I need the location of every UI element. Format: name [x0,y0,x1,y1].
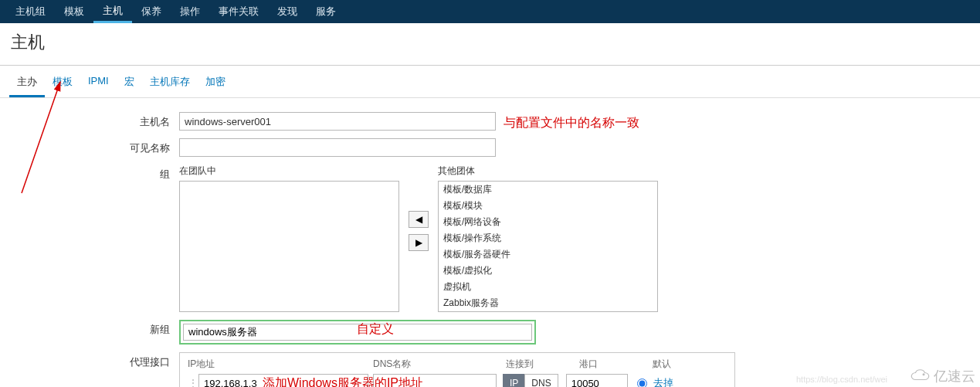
group-option[interactable]: 模板/服务器硬件 [439,246,657,263]
annotation-hostname: 与配置文件中的名称一致 [504,115,639,131]
connect-to-toggle: IP DNS [503,374,558,387]
group-option[interactable]: 模板/虚拟化 [439,263,657,279]
input-hostname[interactable] [179,112,496,131]
input-dns[interactable] [373,374,497,387]
tab-macros[interactable]: 宏 [117,70,142,97]
nav-services[interactable]: 服务 [307,0,345,23]
nav-actions[interactable]: 操作 [171,0,209,23]
iface-headers: IP地址 DNS名称 连接到 港口 默认 [188,358,727,371]
tab-host[interactable]: 主办 [9,70,45,97]
top-nav: 主机组 模板 主机 保养 操作 事件关联 发现 服务 [0,0,980,23]
input-visible-name[interactable] [179,138,496,157]
agent-interface-box: IP地址 DNS名称 连接到 港口 默认 ⋮⋮ IP DNS 去 [179,352,735,387]
input-port[interactable] [566,374,628,387]
nav-hostgroups[interactable]: 主机组 [6,0,55,23]
header-dns: DNS名称 [373,358,506,371]
iface-row: ⋮⋮ IP DNS 去掉 [188,374,727,387]
listbox-other-group[interactable]: 模板/数据库模板/模块模板/网络设备模板/操作系统模板/服务器硬件模板/虚拟化虚… [438,181,658,312]
move-right-button[interactable]: ▶ [409,234,429,251]
label-groups: 组 [0,165,179,182]
listbox-in-group[interactable] [179,181,399,312]
tab-templates[interactable]: 模板 [45,70,80,97]
tab-ipmi[interactable]: IPMI [80,70,117,97]
row-visible-name: 可见名称 [0,138,980,157]
group-option[interactable]: Zabbix服务器 [439,295,657,311]
host-form: 主机名 与配置文件中的名称一致 可见名称 组 在团队中 ◀ ▶ [0,98,980,387]
header-connect-to: 连接到 [506,358,579,371]
header-port: 港口 [579,358,653,371]
group-option[interactable]: 虚拟机 [439,279,657,295]
remove-interface-link[interactable]: 去掉 [653,376,673,387]
header-ip: IP地址 [188,358,373,371]
row-newgroup: 新组 自定义 [0,320,980,345]
move-left-button[interactable]: ◀ [409,211,429,228]
drag-handle-icon[interactable]: ⋮⋮ [188,377,198,387]
label-hostname: 主机名 [0,112,179,129]
group-option[interactable]: 模板/数据库 [439,182,657,198]
header-other-group: 其他团体 [438,165,658,178]
radio-default[interactable] [637,379,647,388]
label-agent-interface: 代理接口 [0,352,179,369]
group-move-buttons: ◀ ▶ [399,165,438,251]
row-groups: 组 在团队中 ◀ ▶ 其他团体 模板/数据库模板/模块模板/网络设备模板/操作系… [0,165,980,312]
group-option[interactable]: 网络设备 [439,311,657,312]
nav-maintenance[interactable]: 保养 [132,0,171,23]
nav-discovery[interactable]: 发现 [268,0,307,23]
label-newgroup: 新组 [0,320,179,337]
label-visible-name: 可见名称 [0,138,179,155]
input-newgroup[interactable] [183,324,532,341]
nav-templates[interactable]: 模板 [55,0,93,23]
toggle-dns[interactable]: DNS [524,374,558,387]
newgroup-highlight-box [179,320,536,345]
group-option[interactable]: 模板/操作系统 [439,230,657,246]
group-option[interactable]: 模板/网络设备 [439,214,657,230]
tab-encryption[interactable]: 加密 [198,70,233,97]
group-option[interactable]: 模板/模块 [439,198,657,214]
page-title-bar: 主机 [0,23,980,66]
page-title: 主机 [11,31,969,54]
header-in-group: 在团队中 [179,165,399,178]
row-hostname: 主机名 与配置文件中的名称一致 [0,112,980,131]
nav-hosts[interactable]: 主机 [93,0,132,23]
header-default: 默认 [653,358,699,371]
row-agent-interface: 代理接口 IP地址 DNS名称 连接到 港口 默认 ⋮⋮ IP DNS [0,352,980,387]
sub-tabs: 主办 模板 IPMI 宏 主机库存 加密 [0,66,980,98]
input-ip[interactable] [198,374,368,387]
nav-event-correlation[interactable]: 事件关联 [209,0,268,23]
toggle-ip[interactable]: IP [503,374,524,387]
tab-inventory[interactable]: 主机库存 [142,70,198,97]
